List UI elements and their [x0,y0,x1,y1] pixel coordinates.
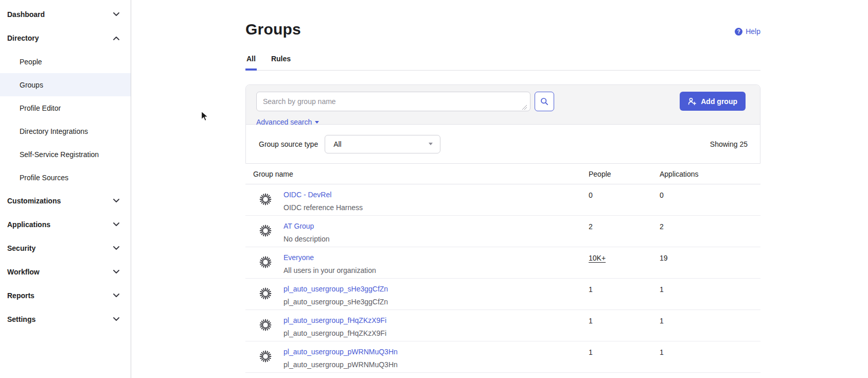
select-caret-icon [429,143,433,145]
sidebar-item-label: Profile Sources [20,174,68,182]
column-header-applications: Applications [660,170,760,178]
sidebar-item-workflow[interactable]: Workflow [0,260,131,284]
chevron-down-icon [113,12,119,16]
group-sunburst-icon [259,319,272,331]
group-description: No description [284,235,330,243]
group-name-link[interactable]: Everyone [284,253,314,262]
table-row: pl_auto_usergroup_fHqZKzX9Fi pl_auto_use… [245,310,760,341]
chevron-down-icon [113,317,119,321]
group-description: pl_auto_usergroup_sHe3ggCfZn [284,298,388,306]
table-row: OIDC - DevRel OIDC reference Harness 0 0 [245,184,760,216]
group-source-type-label: Group source type [259,140,318,148]
table-row: pl_auto_usergroup_sHe3ggCfZn pl_auto_use… [245,279,760,310]
group-name-link[interactable]: pl_auto_usergroup_sHe3ggCfZn [284,285,388,293]
group-description: OIDC reference Harness [284,203,363,212]
showing-count: Showing 25 [710,140,748,148]
group-description: All users in your organization [284,266,376,274]
chevron-down-icon [113,246,119,250]
sidebar-item-label: Reports [7,291,34,300]
sidebar-item-dashboard[interactable]: Dashboard [0,3,131,26]
sidebar-item-label: People [20,58,42,66]
applications-count: 1 [660,310,760,341]
sidebar-item-profile-editor[interactable]: Profile Editor [0,96,131,119]
sidebar-item-directory[interactable]: Directory [0,26,131,50]
help-link[interactable]: ? Help [735,27,760,36]
people-count: 1 [589,310,660,341]
groups-toolbar-panel: Advanced search Add group Group source t… [245,84,760,164]
sidebar-item-directory-integrations[interactable]: Directory Integrations [0,119,131,143]
sidebar-item-label: Groups [20,81,43,89]
chevron-down-icon [113,199,119,203]
add-group-label: Add group [701,97,737,106]
add-group-icon [688,97,697,106]
page-title: Groups [245,21,760,38]
add-group-button[interactable]: Add group [680,92,746,111]
help-question-icon: ? [735,28,742,36]
group-name-link[interactable]: AT Group [284,222,314,230]
applications-count: 0 [660,184,760,215]
sidebar-item-security[interactable]: Security [0,236,131,260]
group-sunburst-icon [259,350,272,363]
applications-count: 1 [660,279,760,310]
column-header-group-name: Group name [253,170,589,178]
people-count: 0 [589,184,660,215]
sidebar-item-label: Customizations [7,197,61,205]
people-count: 10K+ [589,247,660,278]
main-content: ? Help Groups All Rules [245,0,760,373]
sidebar-item-label: Directory [7,34,39,42]
search-input[interactable] [256,92,530,111]
sidebar-item-self-service-registration[interactable]: Self-Service Registration [0,143,131,166]
sidebar-item-reports[interactable]: Reports [0,284,131,307]
people-count-link[interactable]: 10K+ [589,254,606,262]
group-name-link[interactable]: OIDC - DevRel [284,191,331,199]
applications-count: 19 [660,247,760,278]
sidebar-item-applications[interactable]: Applications [0,213,131,236]
sidebar-item-label: Workflow [7,268,40,276]
group-sunburst-icon [259,256,272,268]
sidebar-item-people[interactable]: People [0,50,131,73]
sidebar-item-label: Profile Editor [20,104,61,112]
group-source-type-select[interactable]: All [325,135,440,153]
search-icon [540,97,548,106]
chevron-up-icon [113,36,119,40]
filter-section: Group source type All Showing 25 [246,125,760,163]
tab-bar: All Rules [245,55,760,71]
table-row: Everyone All users in your organization … [245,247,760,279]
sidebar-item-label: Self-Service Registration [20,150,99,159]
sidebar-item-label: Applications [7,220,50,229]
sidebar-item-label: Security [7,244,36,252]
sidebar-item-label: Directory Integrations [20,127,88,135]
selected-option: All [333,140,342,148]
sidebar-item-groups[interactable]: Groups [0,73,131,96]
table-row: AT Group No description 2 2 [245,216,760,247]
people-count: 1 [589,279,660,310]
tab-rules[interactable]: Rules [270,55,292,71]
sidebar-nav: Dashboard Directory People Groups Profil… [0,0,131,378]
groups-table: Group name People Applications OIDC - De… [245,164,760,373]
group-description: pl_auto_usergroup_pWRNMuQ3Hn [284,360,398,369]
group-description: pl_auto_usergroup_fHqZKzX9Fi [284,329,386,337]
tab-all[interactable]: All [245,55,257,71]
table-row: pl_auto_usergroup_pWRNMuQ3Hn pl_auto_use… [245,341,760,373]
sidebar-item-settings[interactable]: Settings [0,307,131,331]
sidebar-item-profile-sources[interactable]: Profile Sources [0,166,131,189]
applications-count: 1 [660,341,760,372]
mouse-cursor-icon [201,111,209,122]
table-header-row: Group name People Applications [245,164,760,184]
column-header-people: People [589,170,660,178]
help-label: Help [746,27,760,36]
search-section: Advanced search Add group [246,85,760,125]
applications-count: 2 [660,216,760,247]
search-button[interactable] [535,92,554,111]
group-name-link[interactable]: pl_auto_usergroup_pWRNMuQ3Hn [284,348,398,356]
sidebar-item-customizations[interactable]: Customizations [0,189,131,213]
chevron-down-icon [113,222,119,227]
people-count: 1 [589,341,660,372]
resize-grip-icon[interactable] [522,105,527,110]
chevron-down-icon [113,294,119,298]
group-name-link[interactable]: pl_auto_usergroup_fHqZKzX9Fi [284,316,386,324]
people-count: 2 [589,216,660,247]
group-sunburst-icon [259,225,272,237]
chevron-down-icon [113,270,119,274]
caret-down-icon [315,121,319,124]
